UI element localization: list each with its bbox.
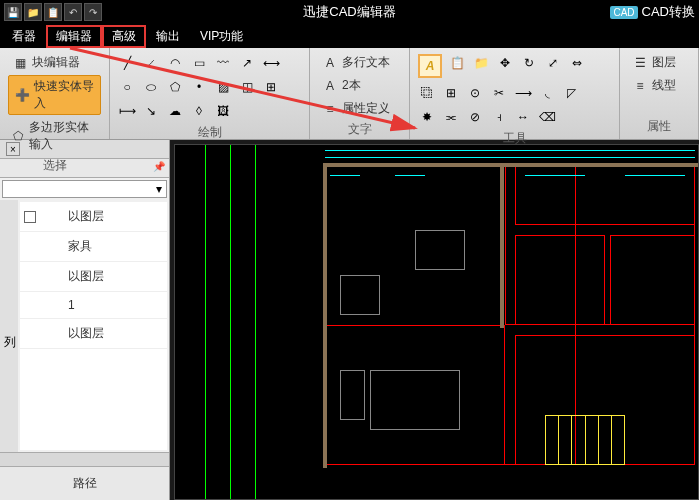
trim-tool[interactable]: ✂ — [490, 84, 508, 102]
undo-icon[interactable]: ↶ — [64, 3, 82, 21]
titlebar-quick-access: 💾 📁 📋 ↶ ↷ — [4, 3, 102, 21]
layer-button[interactable]: ☰ 图层 — [628, 52, 690, 73]
list-item[interactable]: 家具 — [20, 232, 167, 262]
polygon-icon: ⬠ — [12, 128, 25, 144]
offset-tool[interactable]: ⊙ — [466, 84, 484, 102]
move-tool[interactable]: ✥ — [496, 54, 514, 72]
titlebar: 💾 📁 📋 ↶ ↷ 迅捷CAD编辑器 CAD CAD转换 — [0, 0, 699, 24]
mirror-tool[interactable]: ⇔ — [568, 54, 586, 72]
erase-tool[interactable]: ⌫ — [538, 108, 556, 126]
chamfer-tool[interactable]: ◸ — [562, 84, 580, 102]
linetype-label: 线型 — [652, 77, 676, 94]
extend-tool[interactable]: ⟶ — [514, 84, 532, 102]
layer-icon: ☰ — [632, 55, 648, 71]
scale-tool[interactable]: ⤢ — [544, 54, 562, 72]
panel-dropdown[interactable]: ▾ — [2, 180, 167, 198]
cad-badge: CAD — [610, 6, 637, 19]
chevron-down-icon: ▾ — [156, 182, 162, 196]
array-tool[interactable]: ⊞ — [442, 84, 460, 102]
ribbon: ▦ 块编辑器 ➕ 快速实体导入 ⬠ 多边形实体输入 选择 ╱ ⟋ ◠ ▭ 〰 ↗ — [0, 48, 699, 140]
ribbon-group-tools: A 📋 📁 ✥ ↻ ⤢ ⇔ ⿻ ⊞ ⊙ ✂ ⟶ ◟ ◸ ✸ ⫘ ⊘ — [410, 48, 620, 139]
join-tool[interactable]: ⫘ — [442, 108, 460, 126]
linetype-icon: ≡ — [632, 78, 648, 94]
list-item[interactable]: 1 — [20, 292, 167, 319]
rotate-tool[interactable]: ↻ — [520, 54, 538, 72]
align-tool[interactable]: ⫞ — [490, 108, 508, 126]
ribbon-label-props: 属性 — [628, 116, 690, 135]
block-editor-icon: ▦ — [12, 55, 28, 71]
workspace: × 📌 ▾ 列 以图层 家具 以图层 — [0, 140, 699, 500]
fillet-tool[interactable]: ◟ — [538, 84, 556, 102]
layer-label: 图层 — [652, 54, 676, 71]
list-item[interactable]: 以图层 — [20, 202, 167, 232]
svg-line-0 — [70, 48, 415, 128]
panel-splitter[interactable] — [0, 452, 169, 466]
side-panel: × 📌 ▾ 列 以图层 家具 以图层 — [0, 140, 170, 500]
panel-list: 以图层 家具 以图层 1 以图层 — [20, 202, 167, 450]
pin-icon[interactable]: 📌 — [153, 161, 167, 175]
checkbox[interactable] — [24, 211, 36, 223]
redo-icon[interactable]: ↷ — [84, 3, 102, 21]
ribbon-group-props: ☰ 图层 ≡ 线型 属性 — [620, 48, 699, 139]
cad-convert-link[interactable]: CAD转换 — [642, 3, 695, 21]
menu-viewer[interactable]: 看器 — [2, 25, 46, 48]
stretch-tool[interactable]: ↔ — [514, 108, 532, 126]
folder-tool[interactable]: 📁 — [472, 54, 490, 72]
app-title: 迅捷CAD编辑器 — [303, 3, 395, 21]
plus-icon: ➕ — [15, 87, 30, 103]
drawing-canvas[interactable] — [174, 144, 699, 500]
break-tool[interactable]: ⊘ — [466, 108, 484, 126]
panel-side-label: 列 — [0, 200, 18, 452]
ribbon-label-select: 选择 — [8, 155, 101, 174]
copy-icon[interactable]: 📋 — [44, 3, 62, 21]
floor-plan — [175, 145, 698, 499]
annotation-arrow — [60, 38, 430, 138]
list-item[interactable]: 以图层 — [20, 319, 167, 349]
paste-tool[interactable]: 📋 — [448, 54, 466, 72]
linetype-button[interactable]: ≡ 线型 — [628, 75, 690, 96]
list-item[interactable]: 以图层 — [20, 262, 167, 292]
panel-footer: 路径 — [0, 466, 169, 500]
open-icon[interactable]: 📁 — [24, 3, 42, 21]
save-icon[interactable]: 💾 — [4, 3, 22, 21]
